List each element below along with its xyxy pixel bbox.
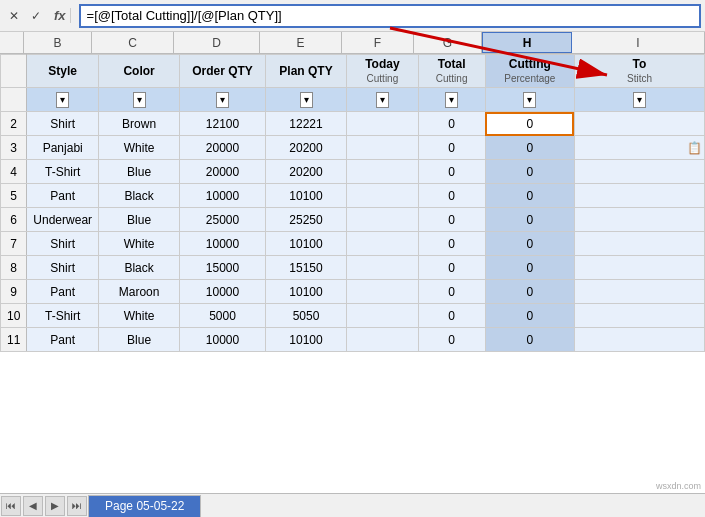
cell-today-cutting[interactable] — [347, 328, 418, 352]
cell-today-cutting[interactable] — [347, 208, 418, 232]
tab-nav-prev[interactable]: ◀ — [23, 496, 43, 516]
tab-nav-last[interactable]: ⏭ — [67, 496, 87, 516]
cell-cutting-pct[interactable]: 0 — [485, 184, 574, 208]
filter-total-cutting[interactable]: ▾ — [418, 88, 485, 112]
cell-today-cutting[interactable] — [347, 256, 418, 280]
cell-style[interactable]: T-Shirt — [27, 304, 99, 328]
col-header-B[interactable]: B — [24, 32, 92, 53]
cell-cutting-pct[interactable]: 0 — [485, 280, 574, 304]
cancel-button[interactable]: ✕ — [4, 6, 24, 26]
cell-style[interactable]: Shirt — [27, 112, 99, 136]
cell-today-cutting[interactable] — [347, 160, 418, 184]
cell-style[interactable]: Pant — [27, 328, 99, 352]
cell-plan-qty[interactable]: 5050 — [265, 304, 347, 328]
cell-color[interactable]: Black — [99, 256, 180, 280]
tab-nav-next[interactable]: ▶ — [45, 496, 65, 516]
col-header-G[interactable]: G — [414, 32, 482, 53]
cell-total-cutting[interactable]: 0 — [418, 184, 485, 208]
cell-cutting-pct[interactable]: 0 — [485, 208, 574, 232]
cell-color[interactable]: Blue — [99, 328, 180, 352]
cell-to-stitch[interactable] — [574, 184, 704, 208]
cell-order-qty[interactable]: 10000 — [180, 280, 266, 304]
filter-order-qty[interactable]: ▾ — [180, 88, 266, 112]
filter-style[interactable]: ▾ — [27, 88, 99, 112]
cell-order-qty[interactable]: 5000 — [180, 304, 266, 328]
cell-to-stitch[interactable]: 📋 — [574, 136, 704, 160]
cell-order-qty[interactable]: 15000 — [180, 256, 266, 280]
cell-style[interactable]: Shirt — [27, 256, 99, 280]
cell-color[interactable]: Maroon — [99, 280, 180, 304]
tab-nav-first[interactable]: ⏮ — [1, 496, 21, 516]
cell-color[interactable]: Brown — [99, 112, 180, 136]
col-header-E[interactable]: E — [260, 32, 342, 53]
cell-plan-qty[interactable]: 10100 — [265, 328, 347, 352]
confirm-button[interactable]: ✓ — [26, 6, 46, 26]
cell-to-stitch[interactable] — [574, 160, 704, 184]
cell-to-stitch[interactable] — [574, 328, 704, 352]
filter-cutting-pct[interactable]: ▾ — [485, 88, 574, 112]
cell-plan-qty[interactable]: 12221 — [265, 112, 347, 136]
cell-color[interactable]: White — [99, 304, 180, 328]
cell-to-stitch[interactable] — [574, 280, 704, 304]
cell-order-qty[interactable]: 10000 — [180, 184, 266, 208]
cell-total-cutting[interactable]: 0 — [418, 112, 485, 136]
cell-total-cutting[interactable]: 0 — [418, 280, 485, 304]
filter-to-stitch[interactable]: ▾ — [574, 88, 704, 112]
cell-order-qty[interactable]: 10000 — [180, 328, 266, 352]
col-header-H[interactable]: H — [482, 32, 572, 53]
filter-today-cutting[interactable]: ▾ — [347, 88, 418, 112]
cell-to-stitch[interactable] — [574, 232, 704, 256]
cell-style[interactable]: Shirt — [27, 232, 99, 256]
cell-plan-qty[interactable]: 10100 — [265, 184, 347, 208]
cell-total-cutting[interactable]: 0 — [418, 328, 485, 352]
cell-today-cutting[interactable] — [347, 304, 418, 328]
cell-to-stitch[interactable] — [574, 256, 704, 280]
cell-plan-qty[interactable]: 20200 — [265, 160, 347, 184]
cell-color[interactable]: Blue — [99, 160, 180, 184]
cell-to-stitch[interactable] — [574, 112, 704, 136]
cell-to-stitch[interactable] — [574, 304, 704, 328]
cell-total-cutting[interactable]: 0 — [418, 256, 485, 280]
cell-total-cutting[interactable]: 0 — [418, 304, 485, 328]
cell-color[interactable]: Blue — [99, 208, 180, 232]
cell-plan-qty[interactable]: 10100 — [265, 232, 347, 256]
cell-today-cutting[interactable] — [347, 136, 418, 160]
cell-order-qty[interactable]: 20000 — [180, 136, 266, 160]
col-header-I[interactable]: I — [572, 32, 705, 53]
formula-input[interactable] — [79, 4, 701, 28]
cell-total-cutting[interactable]: 0 — [418, 232, 485, 256]
cell-plan-qty[interactable]: 15150 — [265, 256, 347, 280]
cell-order-qty[interactable]: 20000 — [180, 160, 266, 184]
cell-today-cutting[interactable] — [347, 232, 418, 256]
cell-today-cutting[interactable] — [347, 280, 418, 304]
cell-plan-qty[interactable]: 10100 — [265, 280, 347, 304]
col-header-D[interactable]: D — [174, 32, 260, 53]
cell-order-qty[interactable]: 10000 — [180, 232, 266, 256]
cell-color[interactable]: White — [99, 136, 180, 160]
cell-color[interactable]: White — [99, 232, 180, 256]
col-header-F[interactable]: F — [342, 32, 414, 53]
filter-color[interactable]: ▾ — [99, 88, 180, 112]
col-header-C[interactable]: C — [92, 32, 174, 53]
cell-cutting-pct[interactable]: 0 — [485, 328, 574, 352]
cell-style[interactable]: T-Shirt — [27, 160, 99, 184]
cell-cutting-pct[interactable]: 0 — [485, 112, 574, 136]
cell-style[interactable]: Pant — [27, 280, 99, 304]
cell-style[interactable]: Pant — [27, 184, 99, 208]
cell-today-cutting[interactable] — [347, 184, 418, 208]
cell-cutting-pct[interactable]: 0 — [485, 160, 574, 184]
cell-plan-qty[interactable]: 25250 — [265, 208, 347, 232]
cell-cutting-pct[interactable]: 0 — [485, 136, 574, 160]
cell-color[interactable]: Black — [99, 184, 180, 208]
cell-to-stitch[interactable] — [574, 208, 704, 232]
cell-today-cutting[interactable] — [347, 112, 418, 136]
cell-style[interactable]: Panjabi — [27, 136, 99, 160]
filter-plan-qty[interactable]: ▾ — [265, 88, 347, 112]
cell-style[interactable]: Underwear — [27, 208, 99, 232]
cell-total-cutting[interactable]: 0 — [418, 160, 485, 184]
cell-total-cutting[interactable]: 0 — [418, 208, 485, 232]
cell-order-qty[interactable]: 12100 — [180, 112, 266, 136]
cell-total-cutting[interactable]: 0 — [418, 136, 485, 160]
cell-cutting-pct[interactable]: 0 — [485, 256, 574, 280]
cell-cutting-pct[interactable]: 0 — [485, 304, 574, 328]
